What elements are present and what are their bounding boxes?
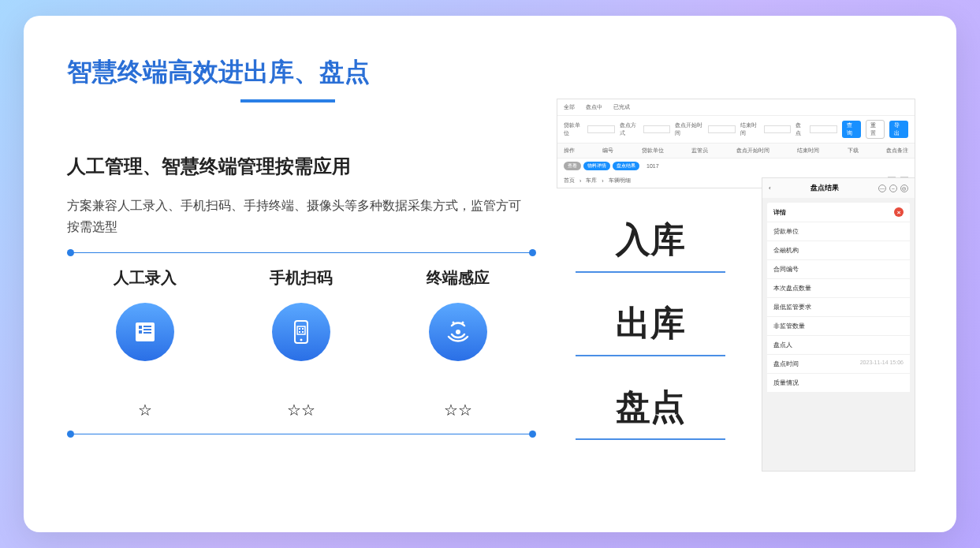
svg-point-14 (452, 322, 454, 324)
filter-start-label: 盘点开始时间 (675, 121, 703, 137)
crumb-2: 车库 (586, 177, 597, 185)
operations-list: 入库 出库 盘点 (576, 217, 725, 468)
th-end: 结束时间 (797, 147, 819, 155)
op-check: 盘点 (576, 384, 725, 440)
svg-rect-9 (302, 328, 304, 330)
op-out: 出库 (576, 300, 725, 356)
filter-operator-label: 盘点 (796, 121, 805, 137)
slide: 智慧终端高效进出库、盘点 人工管理、智慧终端管理按需应用 方案兼容人工录入、手机… (24, 16, 956, 532)
th-staff: 监管员 (691, 147, 708, 155)
row-k-4: 最低监管要求 (773, 303, 811, 311)
target-icon: ◎ (900, 185, 908, 192)
minimize-icon: – (889, 185, 897, 192)
more-icon: ⋯ (878, 185, 886, 192)
filter-method-label: 盘点方式 (620, 121, 639, 137)
row-k-8: 质量情况 (773, 378, 799, 387)
action-detail: 物料详情 (583, 162, 610, 170)
svg-rect-2 (139, 330, 142, 334)
screenshot-phone-detail: ‹ 盘点结果 ⋯ – ◎ 详情 × 贷款单位 金融机构 合同编号 本次盘点数量 … (762, 177, 915, 472)
th-dl: 下载 (848, 147, 859, 155)
manual-entry-icon (116, 303, 174, 361)
section-title: 详情 (773, 208, 786, 217)
description: 方案兼容人工录入、手机扫码、手持终端、摄像头等多种数据采集方式，监管方可按需选型 (67, 195, 524, 237)
btn-export: 导出 (889, 121, 908, 138)
stars-sense: ☆☆ (381, 401, 535, 419)
svg-rect-4 (143, 329, 151, 330)
divider-top (70, 252, 533, 253)
action-view: 查看 (564, 162, 581, 170)
th-op: 操作 (564, 147, 575, 155)
divider-bottom (70, 434, 533, 434)
tab-doing: 盘点中 (586, 103, 602, 111)
svg-point-12 (300, 339, 303, 341)
crumb-1: 首页 (564, 177, 575, 185)
screenshot-web-table: 全部 盘点中 已完成 贷款单位 盘点方式 盘点开始时间 结束时间 盘点 查询 重… (557, 99, 915, 188)
method-scan: 手机扫码 (224, 267, 378, 361)
svg-rect-10 (299, 331, 300, 333)
svg-point-13 (456, 330, 460, 334)
th-start: 盘点开始时间 (736, 147, 769, 155)
svg-rect-11 (302, 331, 304, 333)
row-v-7: 2023-11-14 15:06 (860, 360, 904, 368)
svg-rect-8 (299, 328, 300, 330)
svg-rect-5 (143, 332, 151, 334)
back-icon: ‹ (769, 185, 771, 192)
filter-end-label: 结束时间 (740, 121, 759, 137)
th-id: 编号 (602, 147, 613, 155)
stars-scan: ☆☆ (224, 401, 378, 419)
stars-manual: ☆ (68, 401, 222, 419)
row-id: 1017 (647, 163, 659, 169)
crumb-3: 车辆明细 (609, 177, 631, 185)
svg-point-15 (461, 322, 464, 324)
close-icon: × (894, 207, 904, 217)
tab-all: 全部 (564, 103, 575, 111)
th-note: 盘点备注 (886, 147, 908, 155)
row-k-2: 合同编号 (773, 265, 799, 274)
methods-panel: 人工录入 手机扫码 终端感应 ☆ ☆☆ ☆☆ (67, 252, 536, 434)
method-manual: 人工录入 (68, 267, 222, 361)
page-title: 智慧终端高效进出库、盘点 (24, 55, 956, 90)
tab-done: 已完成 (613, 103, 630, 111)
method-scan-label: 手机扫码 (224, 267, 378, 289)
sensor-icon (429, 303, 487, 361)
svg-rect-7 (297, 326, 305, 334)
btn-reset: 重置 (866, 120, 885, 139)
svg-rect-1 (139, 326, 142, 329)
action-result: 盘点结果 (613, 162, 639, 170)
phone-title: 盘点结果 (810, 183, 839, 193)
row-k-5: 非监管数量 (773, 322, 805, 330)
title-underline (240, 99, 335, 103)
method-sense: 终端感应 (381, 267, 535, 361)
row-k-6: 盘点人 (773, 341, 792, 349)
phone-scan-icon (272, 303, 330, 361)
btn-search: 查询 (842, 121, 861, 138)
method-manual-label: 人工录入 (68, 267, 222, 289)
th-org: 贷款单位 (642, 147, 664, 155)
svg-rect-3 (143, 326, 151, 327)
op-in: 入库 (576, 217, 725, 273)
row-k-3: 本次盘点数量 (773, 284, 811, 293)
row-k-1: 金融机构 (773, 246, 799, 255)
method-sense-label: 终端感应 (381, 267, 535, 289)
filter-org-label: 贷款单位 (564, 121, 583, 137)
row-k-0: 贷款单位 (773, 227, 799, 236)
row-k-7: 盘点时间 (773, 360, 799, 368)
